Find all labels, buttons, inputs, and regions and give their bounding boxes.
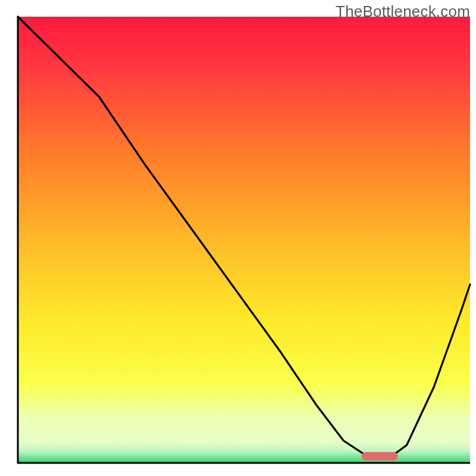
watermark-text: TheBottleneck.com: [336, 2, 470, 21]
chart-canvas: TheBottleneck.com: [0, 0, 476, 476]
bottleneck-plot: [0, 0, 476, 476]
optimal-marker: [362, 452, 398, 461]
